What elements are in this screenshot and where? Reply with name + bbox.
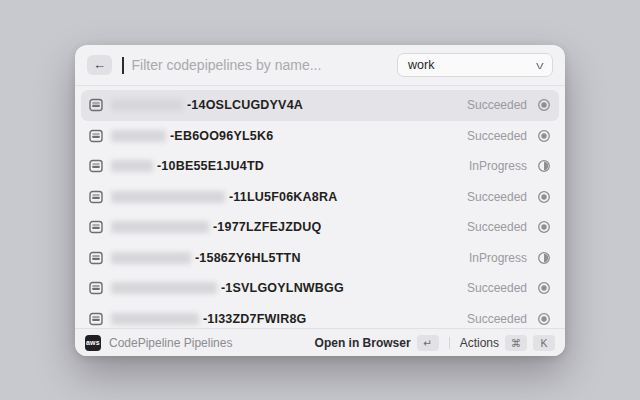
open-in-browser-label: Open in Browser (315, 336, 411, 350)
status-label: InProgress (469, 159, 527, 173)
pipeline-row[interactable]: -10BE55E1JU4TD InProgress (81, 151, 559, 182)
pipeline-name-suffix: -14OSLCUGDYV4A (187, 98, 459, 112)
redacted-name-blur (111, 191, 225, 203)
redacted-name-blur (111, 99, 183, 111)
succeeded-icon (537, 281, 551, 295)
search-header: ← work v (75, 45, 565, 86)
actions-button[interactable]: Actions ⌘ K (460, 335, 555, 351)
redacted-name-blur (111, 252, 191, 264)
status-label: Succeeded (467, 129, 527, 143)
succeeded-icon (537, 129, 551, 143)
text-cursor (122, 57, 124, 74)
back-button[interactable]: ← (87, 55, 112, 75)
status-bar: aws CodePipeline Pipelines Open in Brows… (75, 328, 565, 356)
pipeline-icon (89, 98, 103, 112)
redacted-name-blur (111, 313, 199, 325)
pipeline-icon (89, 281, 103, 295)
chevron-down-icon: v (535, 59, 543, 71)
pipeline-name-suffix: -11LU5F06KA8RA (229, 190, 459, 204)
pipeline-row[interactable]: -1977LZFEJZDUQ Succeeded (81, 212, 559, 243)
return-key-icon: ↵ (417, 335, 439, 351)
pipeline-icon (89, 129, 103, 143)
pipeline-icon (89, 312, 103, 326)
succeeded-icon (537, 312, 551, 326)
pipeline-name-suffix: -1I33ZD7FWIR8G (203, 312, 459, 326)
pipeline-row[interactable]: -14OSLCUGDYV4A Succeeded (81, 90, 559, 121)
pipeline-icon (89, 251, 103, 265)
succeeded-icon (537, 190, 551, 204)
pipeline-row[interactable]: -1I33ZD7FWIR8G Succeeded (81, 304, 559, 329)
pipeline-name-suffix: -10BE55E1JU4TD (157, 159, 461, 173)
status-label: Succeeded (467, 220, 527, 234)
redacted-name-blur (111, 282, 217, 294)
pipeline-list: -14OSLCUGDYV4A Succeeded -EB6OO96YL5K6 S… (75, 86, 565, 328)
pipeline-name-suffix: -1586ZY6HL5TTN (195, 251, 461, 265)
status-label: Succeeded (467, 190, 527, 204)
k-key-icon: K (533, 335, 555, 351)
pipeline-name-suffix: -1977LZFEJZDUQ (213, 220, 459, 234)
aws-logo-icon: aws (85, 335, 101, 351)
pipeline-name-suffix: -EB6OO96YL5K6 (170, 129, 459, 143)
pipeline-icon (89, 190, 103, 204)
command-key-icon: ⌘ (505, 335, 527, 351)
pipeline-row[interactable]: -EB6OO96YL5K6 Succeeded (81, 121, 559, 152)
inprogress-icon (537, 251, 551, 265)
status-label: Succeeded (467, 281, 527, 295)
footer-divider (449, 337, 450, 349)
pipeline-row[interactable]: -1SVLGOYLNWBGG Succeeded (81, 273, 559, 304)
status-label: Succeeded (467, 98, 527, 112)
status-label: Succeeded (467, 312, 527, 326)
search-input[interactable] (132, 57, 390, 73)
redacted-name-blur (111, 160, 153, 172)
pipeline-name-suffix: -1SVLGOYLNWBGG (221, 281, 459, 295)
extension-name: CodePipeline Pipelines (109, 336, 307, 350)
succeeded-icon (537, 98, 551, 112)
open-in-browser-button[interactable]: Open in Browser ↵ (315, 335, 439, 351)
inprogress-icon (537, 159, 551, 173)
pipeline-icon (89, 159, 103, 173)
pipeline-icon (89, 220, 103, 234)
pipeline-row[interactable]: -11LU5F06KA8RA Succeeded (81, 182, 559, 213)
dropdown-value: work (408, 58, 434, 72)
redacted-name-blur (111, 221, 209, 233)
pipeline-row[interactable]: -1586ZY6HL5TTN InProgress (81, 243, 559, 274)
command-palette-window: ← work v -14OSLCUGDYV4A Succeeded -EB6OO… (75, 45, 565, 356)
status-label: InProgress (469, 251, 527, 265)
profile-dropdown[interactable]: work v (397, 53, 553, 77)
succeeded-icon (537, 220, 551, 234)
redacted-name-blur (111, 130, 166, 142)
actions-label: Actions (460, 336, 499, 350)
